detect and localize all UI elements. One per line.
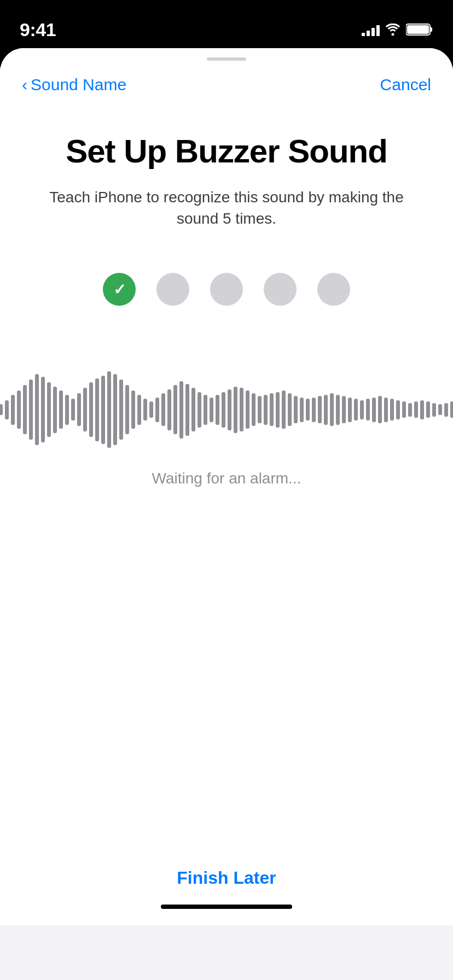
waveform-bar	[294, 396, 298, 423]
waveform-bar	[438, 404, 442, 415]
progress-dot-4	[264, 273, 297, 306]
waveform-bar	[29, 380, 33, 440]
waveform-bar	[149, 401, 153, 418]
waveform-bar	[246, 390, 249, 429]
waveform-bar	[360, 400, 364, 419]
waveform-bar	[372, 398, 376, 422]
waveform-bar	[276, 392, 280, 428]
back-label: Sound Name	[31, 75, 126, 94]
waveform-bar	[65, 395, 69, 425]
status-icons	[362, 23, 433, 36]
waveform-bar	[222, 392, 225, 428]
waveform-bar	[89, 382, 93, 437]
progress-dot-1: ✓	[103, 273, 136, 306]
waveform-bar	[432, 403, 436, 417]
waveform-bar	[234, 387, 237, 433]
cancel-button[interactable]: Cancel	[380, 75, 431, 94]
waveform-bar	[306, 399, 310, 421]
status-time: 9:41	[20, 19, 56, 40]
waveform-bar	[191, 388, 195, 431]
main-sheet: ‹ Sound Name Cancel Set Up Buzzer Sound …	[0, 48, 453, 980]
waveform-bar	[402, 401, 406, 418]
progress-dots: ✓	[27, 262, 426, 317]
waveform-bar	[53, 387, 57, 433]
status-bar: 9:41	[0, 0, 453, 48]
progress-dot-3	[210, 273, 243, 306]
waveform-bar	[252, 393, 255, 426]
finish-later-button[interactable]: Finish Later	[177, 868, 276, 888]
waveform-bar	[288, 393, 292, 426]
waveform-container: Waiting for an alarm...	[27, 355, 426, 509]
checkmark-icon: ✓	[113, 281, 126, 299]
waveform-bar	[11, 395, 15, 425]
sheet-handle	[207, 57, 246, 61]
waveform-bar	[420, 400, 424, 419]
waveform-bar	[330, 393, 334, 426]
waveform-bar	[35, 374, 39, 445]
bottom-area: Finish Later	[0, 846, 453, 925]
page-subtitle: Teach iPhone to recognize this sound by …	[27, 186, 426, 229]
waveform-bar	[41, 377, 45, 442]
progress-dot-5	[317, 273, 350, 306]
page-title: Set Up Buzzer Sound	[27, 132, 426, 170]
waveform-bar	[336, 395, 340, 425]
waveform-bar	[426, 401, 430, 418]
waveform-bar	[228, 389, 231, 430]
progress-dot-2	[156, 273, 189, 306]
waveform-bar	[23, 385, 27, 434]
waveform-bar	[444, 403, 448, 417]
waveform-bar	[300, 398, 304, 422]
chevron-left-icon: ‹	[22, 77, 27, 93]
battery-icon	[406, 23, 433, 36]
waveform-bar	[324, 395, 328, 425]
waveform-bar	[270, 393, 274, 426]
sheet-handle-area	[0, 48, 453, 65]
waveform-bar	[282, 390, 286, 429]
waiting-text: Waiting for an alarm...	[152, 470, 301, 487]
wifi-icon	[385, 24, 400, 36]
waveform-bar	[77, 393, 81, 426]
waveform-bar	[185, 384, 189, 436]
waveform-bar	[179, 381, 183, 439]
waveform-bar	[342, 396, 346, 423]
waveform-bar	[101, 376, 105, 444]
waveform-display	[33, 366, 420, 453]
waveform-bar	[59, 390, 63, 429]
waveform-bar	[396, 400, 400, 419]
waveform-bar	[5, 400, 9, 419]
waveform-bar	[143, 399, 147, 421]
waveform-bar	[113, 374, 117, 445]
back-button[interactable]: ‹ Sound Name	[22, 75, 126, 94]
waveform-bar	[125, 385, 129, 434]
waveform-bar	[312, 398, 316, 422]
waveform-bar	[17, 390, 21, 429]
waveform-bar	[348, 398, 352, 422]
navigation-bar: ‹ Sound Name Cancel	[0, 65, 453, 105]
white-body: ‹ Sound Name Cancel Set Up Buzzer Sound …	[0, 48, 453, 925]
waveform-bar	[408, 403, 412, 417]
waveform-bar	[378, 396, 382, 423]
waveform-bar	[131, 390, 135, 429]
svg-rect-2	[407, 25, 429, 34]
waveform-bar	[107, 371, 111, 448]
waveform-bar	[167, 389, 171, 430]
waveform-bar	[71, 399, 75, 421]
waveform-bar	[216, 395, 219, 425]
waveform-bar	[354, 399, 358, 421]
waveform-bar	[95, 378, 99, 441]
waveform-bar	[47, 382, 51, 437]
waveform-bar	[318, 396, 322, 423]
waveform-bar	[384, 398, 388, 422]
waveform-bar	[366, 399, 370, 421]
waveform-bar	[198, 392, 201, 428]
waveform-bar	[414, 401, 418, 418]
waveform-bar	[210, 398, 213, 422]
waveform-bar	[119, 380, 123, 440]
waveform-bar	[264, 395, 268, 425]
svg-rect-1	[430, 27, 432, 32]
waveform-bar	[137, 395, 141, 425]
home-indicator	[161, 905, 292, 909]
waveform-bar	[161, 393, 165, 426]
waveform-bar	[0, 404, 3, 415]
waveform-bar	[204, 395, 207, 425]
